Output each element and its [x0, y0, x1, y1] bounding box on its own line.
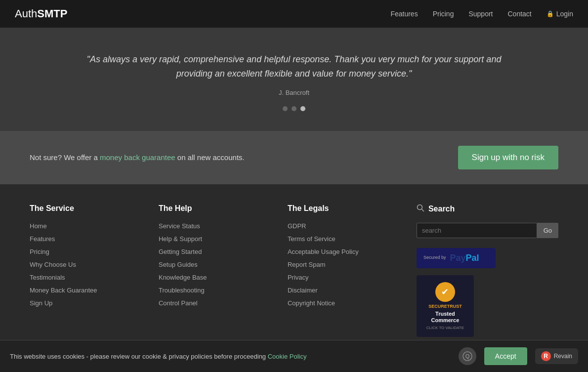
footer-legals-terms[interactable]: Terms of Service [288, 235, 336, 243]
search-input[interactable] [417, 223, 537, 238]
footer-service-pricing[interactable]: Pricing [30, 248, 49, 255]
testimonial-quote: "As always a very rapid, comprehensive a… [69, 52, 519, 81]
testimonial-author: J. Bancroft [69, 89, 519, 96]
footer-service-features[interactable]: Features [30, 235, 55, 243]
search-icon [417, 204, 424, 214]
svg-text:Q: Q [465, 353, 470, 359]
cta-text: Not sure? We offer a money back guarante… [30, 153, 245, 162]
svg-point-0 [417, 205, 422, 209]
footer-help-support[interactable]: Help & Support [159, 235, 202, 243]
logo-smtp: SMTP [37, 7, 67, 20]
footer-help-title: The Help [159, 204, 288, 213]
cookie-revain-icon: Q [459, 347, 476, 365]
footer-help-troubleshoot[interactable]: Troubleshooting [159, 287, 205, 294]
footer-legals-col: The Legals GDPR Terms of Service Accepta… [288, 204, 417, 337]
footer-service-guarantee[interactable]: Money Back Guarantee [30, 287, 97, 294]
revain-icon: R [541, 351, 551, 361]
footer-help-knowledge[interactable]: Knowledge Base [159, 274, 207, 281]
cta-text-after: on all new accounts. [175, 153, 245, 162]
footer-help-control[interactable]: Control Panel [159, 299, 198, 307]
cta-text-before: Not sure? We offer a [30, 153, 100, 162]
footer-service-col: The Service Home Features Pricing Why Ch… [30, 204, 159, 337]
testimonial-section: "As always a very rapid, comprehensive a… [0, 28, 588, 131]
footer-legals-spam[interactable]: Report Spam [288, 261, 326, 268]
footer-legals-title: The Legals [288, 204, 417, 213]
cookie-text: This website uses cookies - please revie… [10, 353, 451, 360]
footer-legals-gdpr[interactable]: GDPR [288, 222, 306, 230]
footer-help-started[interactable]: Getting Started [159, 248, 202, 255]
securetrust-top: SecureTrust [428, 304, 462, 309]
paypal-badge: Secured by PayPal [417, 248, 496, 268]
nav-support[interactable]: Support [468, 10, 493, 18]
footer-service-why[interactable]: Why Choose Us [30, 261, 76, 268]
footer-service-list: Home Features Pricing Why Choose Us Test… [30, 222, 159, 307]
lock-icon: 🔒 [546, 10, 554, 17]
logo-auth: Auth [15, 7, 37, 20]
nav-menu: Features Pricing Support Contact 🔒 Login [390, 10, 573, 18]
dot-2[interactable] [292, 106, 296, 111]
footer-help-guides[interactable]: Setup Guides [159, 261, 198, 268]
navbar: AuthSMTP Features Pricing Support Contac… [0, 0, 588, 28]
footer-help-col: The Help Service Status Help & Support G… [159, 204, 288, 337]
footer-search-col: Search Go Secured by PayPal ✔ SecureTrus… [417, 204, 558, 337]
cta-guarantee-link[interactable]: money back guarantee [100, 153, 175, 162]
nav-login[interactable]: 🔒 Login [546, 10, 573, 18]
svg-line-1 [421, 209, 424, 211]
paypal-logo-pay: Pay [450, 253, 465, 263]
paypal-logo-pal: Pal [465, 253, 479, 263]
revain-label: Revain [554, 353, 572, 360]
nav-pricing[interactable]: Pricing [433, 10, 454, 18]
revain-badge: R Revain [535, 348, 578, 364]
footer-help-list: Service Status Help & Support Getting St… [159, 222, 288, 307]
footer-help-status[interactable]: Service Status [159, 222, 200, 230]
footer-service-testimonials[interactable]: Testimonials [30, 274, 65, 281]
dot-3[interactable] [300, 106, 305, 111]
securetrust-seal-icon: ✔ [435, 282, 455, 302]
cookie-policy-link[interactable]: Cookie Policy [268, 353, 307, 360]
dot-1[interactable] [283, 106, 288, 111]
cookie-accept-button[interactable]: Accept [484, 347, 527, 365]
footer-search-title: Search [417, 204, 558, 214]
testimonial-dots [69, 106, 519, 111]
cookie-bar: This website uses cookies - please revie… [0, 340, 588, 367]
search-row: Go [417, 223, 558, 238]
footer-service-home[interactable]: Home [30, 222, 47, 230]
cta-signup-button[interactable]: Sign up with no risk [458, 146, 558, 169]
paypal-logo: PayPal [450, 253, 479, 263]
nav-features[interactable]: Features [390, 10, 418, 18]
cta-section: Not sure? We offer a money back guarante… [0, 131, 588, 184]
footer-legals-usage[interactable]: Acceptable Usage Policy [288, 248, 359, 255]
footer-legals-copyright[interactable]: Copyright Notice [288, 299, 335, 307]
search-go-button[interactable]: Go [537, 223, 558, 238]
paypal-secured-text: Secured by [423, 255, 446, 261]
securetrust-middle: Trusted Commerce [423, 311, 467, 324]
footer-service-signup[interactable]: Sign Up [30, 299, 52, 307]
securetrust-bottom: CLICK TO VALIDATE [426, 326, 464, 330]
footer-service-title: The Service [30, 204, 159, 213]
footer-legals-disclaimer[interactable]: Disclaimer [288, 287, 318, 294]
footer: The Service Home Features Pricing Why Ch… [0, 184, 588, 367]
footer-legals-privacy[interactable]: Privacy [288, 274, 309, 281]
securetrust-badge[interactable]: ✔ SecureTrust Trusted Commerce CLICK TO … [417, 275, 474, 337]
footer-legals-list: GDPR Terms of Service Acceptable Usage P… [288, 222, 417, 307]
logo[interactable]: AuthSMTP [15, 7, 67, 20]
nav-contact[interactable]: Contact [507, 10, 531, 18]
